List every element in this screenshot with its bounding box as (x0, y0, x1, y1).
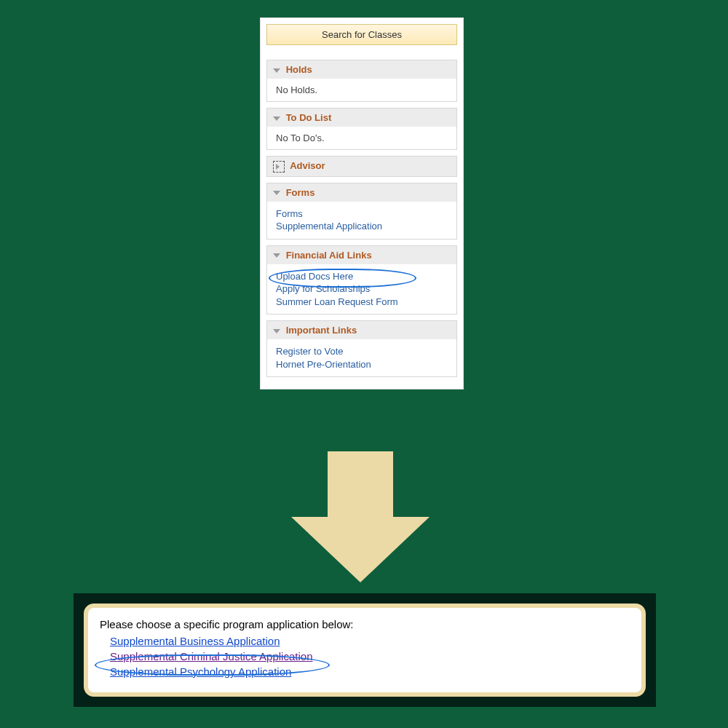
student-portal-panel: Search for Classes Holds No Holds. To Do… (260, 17, 464, 389)
register-vote-link[interactable]: Register to Vote (276, 345, 448, 358)
financial-aid-box: Financial Aid Links Upload Docs Here App… (266, 245, 457, 315)
forms-body: Forms Supplemental Application (267, 202, 456, 239)
holds-box: Holds No Holds. (266, 60, 457, 102)
important-links-box: Important Links Register to Vote Hornet … (266, 320, 457, 377)
upload-docs-link[interactable]: Upload Docs Here (276, 270, 448, 283)
pre-orientation-link[interactable]: Hornet Pre-Orientation (276, 358, 448, 371)
search-classes-button[interactable]: Search for Classes (266, 24, 457, 45)
financial-aid-header[interactable]: Financial Aid Links (267, 246, 456, 264)
forms-box: Forms Forms Supplemental Application (266, 183, 457, 240)
psychology-application-link[interactable]: Supplemental Psychology Application (110, 665, 630, 678)
todo-box: To Do List No To Do's. (266, 108, 457, 150)
todo-title: To Do List (286, 112, 332, 123)
chevron-down-icon (273, 116, 280, 121)
todo-header[interactable]: To Do List (267, 108, 456, 127)
todo-body: No To Do's. (267, 127, 456, 149)
forms-link[interactable]: Forms (276, 207, 448, 221)
important-links-title: Important Links (286, 325, 357, 336)
holds-header[interactable]: Holds (267, 60, 456, 79)
program-choice-prompt: Please choose a specific program applica… (100, 618, 630, 630)
arrow-down-icon (291, 451, 430, 582)
financial-aid-title: Financial Aid Links (286, 250, 372, 261)
expand-icon (273, 161, 285, 173)
chevron-down-icon (273, 68, 280, 73)
important-links-header[interactable]: Important Links (267, 321, 456, 339)
summer-loan-link[interactable]: Summer Loan Request Form (276, 296, 448, 309)
supplemental-application-link[interactable]: Supplemental Application (276, 220, 448, 233)
business-application-link[interactable]: Supplemental Business Application (110, 635, 630, 647)
advisor-title: Advisor (290, 160, 325, 171)
chevron-down-icon (273, 329, 280, 333)
criminal-justice-application-link[interactable]: Supplemental Criminal Justice Applicatio… (110, 650, 630, 662)
program-choice-inner: Please choose a specific program applica… (84, 604, 646, 697)
holds-body: No Holds. (267, 79, 456, 101)
holds-title: Holds (286, 64, 312, 75)
forms-title: Forms (286, 187, 315, 198)
financial-aid-body: Upload Docs Here Apply for Scholarships … (267, 264, 456, 314)
apply-scholarships-link[interactable]: Apply for Scholarships (276, 282, 448, 296)
advisor-header[interactable]: Advisor (266, 156, 457, 177)
important-links-body: Register to Vote Hornet Pre-Orientation (267, 339, 456, 376)
forms-header[interactable]: Forms (267, 183, 456, 202)
program-choice-panel: Please choose a specific program applica… (74, 593, 656, 707)
chevron-down-icon (273, 191, 280, 195)
chevron-down-icon (273, 253, 280, 258)
